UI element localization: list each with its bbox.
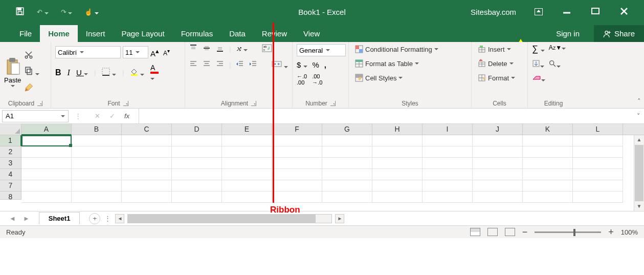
cell[interactable] — [72, 169, 122, 180]
cell[interactable] — [322, 169, 372, 180]
bold-button[interactable]: B — [55, 68, 61, 77]
cell[interactable] — [523, 180, 573, 192]
autosum-button[interactable]: ∑ — [532, 44, 545, 54]
cell[interactable] — [122, 146, 172, 158]
undo-icon[interactable]: ↶ — [37, 8, 49, 16]
cell[interactable] — [21, 158, 72, 169]
format-painter-icon[interactable] — [24, 82, 39, 94]
cell[interactable] — [272, 146, 322, 158]
zoom-level[interactable]: 100% — [621, 228, 638, 236]
cell[interactable] — [423, 135, 473, 146]
conditional-formatting-button[interactable]: Conditional Formatting — [353, 44, 440, 54]
vertical-scrollbar[interactable]: ▲ ▼ — [634, 135, 644, 211]
tab-view[interactable]: View — [295, 25, 328, 42]
page-layout-view-icon[interactable] — [487, 228, 498, 236]
paste-button[interactable]: Paste — [4, 57, 21, 87]
decrease-font-icon[interactable]: A▾ — [163, 48, 170, 57]
cell[interactable] — [573, 169, 623, 180]
cell[interactable] — [322, 192, 372, 203]
decrease-decimal-button[interactable]: .00→.0 — [312, 73, 322, 86]
clear-button[interactable] — [532, 74, 545, 83]
tab-insert[interactable]: Insert — [78, 25, 114, 42]
tab-data[interactable]: Data — [221, 25, 254, 42]
cell[interactable] — [21, 169, 72, 180]
col-header[interactable]: F — [272, 124, 322, 135]
cell[interactable] — [272, 192, 322, 203]
align-top-icon[interactable] — [189, 44, 197, 54]
sign-in-link[interactable]: Sign in — [556, 29, 580, 42]
cell[interactable] — [372, 146, 423, 158]
row-header[interactable]: 8 — [0, 192, 21, 200]
decrease-indent-icon[interactable] — [236, 60, 244, 70]
cell[interactable] — [222, 180, 272, 192]
cell[interactable] — [372, 135, 423, 146]
cell[interactable] — [423, 158, 473, 169]
cell[interactable] — [523, 158, 573, 169]
cell[interactable] — [172, 192, 222, 203]
save-icon[interactable] — [15, 7, 25, 17]
font-color-button[interactable]: A — [150, 64, 159, 81]
format-as-table-button[interactable]: Format as Table — [353, 58, 421, 69]
hscroll-right-icon[interactable]: ► — [335, 214, 344, 223]
cell[interactable] — [423, 180, 473, 192]
copy-icon[interactable] — [24, 66, 39, 77]
insert-cells-button[interactable]: Insert — [476, 44, 513, 54]
cell[interactable] — [21, 146, 72, 158]
italic-button[interactable]: I — [68, 68, 70, 77]
cell[interactable] — [372, 158, 423, 169]
cell[interactable] — [473, 180, 523, 192]
increase-indent-icon[interactable] — [249, 60, 257, 70]
expand-formula-bar-icon[interactable]: ˅ — [633, 112, 644, 120]
col-header[interactable]: E — [222, 124, 272, 135]
increase-decimal-button[interactable]: ←.0.00 — [297, 73, 307, 86]
merge-center-button[interactable] — [272, 60, 288, 70]
tab-home[interactable]: Home — [40, 25, 78, 42]
cell[interactable] — [423, 169, 473, 180]
cell[interactable] — [372, 169, 423, 180]
cell[interactable] — [573, 192, 623, 203]
col-header[interactable]: H — [372, 124, 423, 135]
cell[interactable] — [21, 192, 72, 203]
normal-view-icon[interactable] — [470, 228, 480, 236]
cell[interactable] — [322, 146, 372, 158]
number-dialog-launcher[interactable] — [330, 101, 336, 106]
col-header[interactable]: K — [523, 124, 573, 135]
increase-font-icon[interactable]: A▴ — [150, 47, 159, 58]
font-name-combo[interactable]: Calibri — [55, 46, 121, 58]
zoom-slider[interactable] — [535, 231, 601, 233]
cut-icon[interactable] — [24, 50, 39, 61]
col-header[interactable]: B — [72, 124, 122, 135]
cell-styles-button[interactable]: Cell Styles — [353, 73, 405, 83]
cell[interactable] — [272, 158, 322, 169]
row-header[interactable]: 3 — [0, 158, 21, 169]
cell[interactable] — [272, 180, 322, 192]
cell[interactable] — [523, 146, 573, 158]
row-header[interactable]: 7 — [0, 180, 21, 192]
redo-icon[interactable]: ↷ — [61, 8, 73, 16]
align-center-icon[interactable] — [203, 60, 211, 70]
insert-function-icon[interactable]: fx — [124, 112, 129, 120]
cell[interactable] — [122, 192, 172, 203]
cell[interactable] — [72, 135, 122, 146]
cell[interactable] — [72, 158, 122, 169]
sheet-nav-prev-icon[interactable]: ◄ — [9, 215, 16, 222]
select-all-corner[interactable] — [0, 124, 21, 135]
row-header[interactable]: 4 — [0, 169, 21, 180]
formula-input[interactable] — [139, 109, 633, 123]
cell[interactable] — [222, 192, 272, 203]
orientation-icon[interactable]: ⤭ — [236, 45, 248, 53]
cell[interactable] — [473, 135, 523, 146]
cell[interactable] — [21, 180, 72, 192]
cell[interactable] — [172, 146, 222, 158]
cell[interactable] — [322, 180, 372, 192]
cell[interactable] — [72, 180, 122, 192]
sheet-nav-next-icon[interactable]: ► — [23, 215, 30, 222]
cell[interactable] — [473, 169, 523, 180]
fill-button[interactable] — [532, 59, 544, 69]
accounting-format-button[interactable]: $ — [297, 60, 307, 69]
sort-filter-button[interactable]: AZ▼ — [549, 44, 566, 54]
align-bottom-icon[interactable] — [216, 44, 224, 54]
sheet-tab[interactable]: Sheet1 — [39, 212, 80, 224]
cell[interactable] — [172, 180, 222, 192]
underline-button[interactable]: U — [76, 68, 88, 77]
